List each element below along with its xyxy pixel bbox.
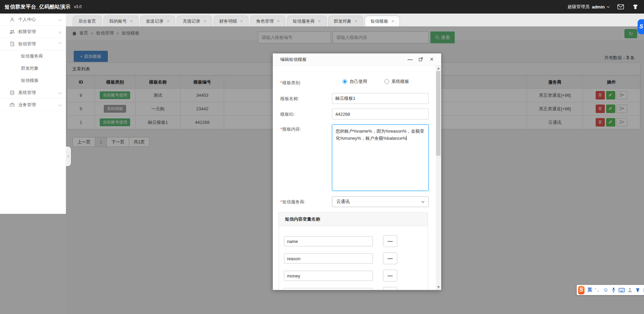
mail-icon[interactable] bbox=[617, 4, 624, 9]
template-id-input[interactable] bbox=[332, 109, 429, 119]
database-icon bbox=[9, 90, 15, 95]
tab-短信服务商[interactable]: 短信服务商× bbox=[287, 16, 327, 26]
tab-close-icon[interactable]: × bbox=[318, 19, 321, 23]
remove-variable-button[interactable]: — bbox=[383, 252, 397, 264]
variable-name-input[interactable] bbox=[284, 236, 373, 246]
chevron-up-icon bbox=[58, 42, 62, 46]
sidebar-collapse-handle[interactable] bbox=[66, 147, 71, 166]
remove-variable-button[interactable]: — bbox=[383, 287, 397, 290]
tab-充值记录[interactable]: 充值记录× bbox=[177, 16, 212, 26]
field-label-category: *模板类别: bbox=[280, 80, 301, 86]
tab-label: 短信服务商 bbox=[293, 16, 315, 26]
tab-bar: 后台首页我的账号×发送记录×充值记录×财务明细×角色管理×短信服务商×群发对象×… bbox=[66, 14, 644, 26]
sidebar-subitem[interactable]: 短信服务商 bbox=[0, 50, 66, 62]
radio-unselected-icon bbox=[384, 79, 389, 84]
ime-microphone-icon[interactable] bbox=[612, 287, 616, 293]
chevron-down-icon bbox=[607, 5, 610, 7]
tab-发送记录[interactable]: 发送记录× bbox=[140, 16, 175, 26]
sogou-logo-icon[interactable]: S bbox=[578, 286, 585, 294]
tab-close-icon[interactable]: × bbox=[204, 19, 206, 23]
sidebar-item-0[interactable]: 个人中心 bbox=[0, 14, 66, 26]
text-caret bbox=[406, 136, 407, 140]
sidebar: 个人中心权限管理短信管理短信服务商群发对象短信模板系统管理业务管理 bbox=[0, 14, 66, 214]
tab-label: 群发对象 bbox=[334, 16, 352, 26]
ime-keyboard-icon[interactable] bbox=[619, 288, 625, 292]
chevron-down-icon bbox=[58, 103, 62, 107]
tab-群发对象[interactable]: 群发对象× bbox=[328, 16, 363, 26]
tab-财务明细[interactable]: 财务明细× bbox=[214, 16, 249, 26]
ime-emoji-icon[interactable]: ☺ bbox=[603, 287, 609, 293]
field-label-content: *模板内容: bbox=[280, 126, 301, 132]
close-icon[interactable]: × bbox=[429, 57, 434, 62]
tab-close-icon[interactable]: × bbox=[167, 19, 170, 23]
topbar: 短信群发平台_亿码酷站演示 v3.0 超级管理员 admin bbox=[0, 0, 644, 14]
ime-skin-icon[interactable] bbox=[635, 288, 640, 292]
template-name-input[interactable] bbox=[332, 93, 429, 104]
briefcase-icon bbox=[9, 102, 15, 108]
chevron-down-icon bbox=[58, 18, 62, 21]
ime-toolbar: S 英 ’， ☺ bbox=[577, 285, 644, 295]
sidebar-item-label: 系统管理 bbox=[18, 90, 59, 96]
chevron-down-icon bbox=[58, 30, 62, 33]
tab-角色管理[interactable]: 角色管理× bbox=[250, 16, 285, 26]
skin-icon[interactable] bbox=[632, 4, 639, 10]
tab-label: 角色管理 bbox=[256, 16, 273, 26]
radio-system-template[interactable]: 系统模板 bbox=[384, 78, 409, 85]
tab-close-icon[interactable]: × bbox=[391, 19, 394, 23]
sidebar-item-label: 权限管理 bbox=[18, 29, 59, 35]
variables-panel-title: 短信内容变量名称 bbox=[279, 212, 428, 226]
sidebar-subitem[interactable]: 群发对象 bbox=[0, 62, 66, 74]
ime-punctuation-icon[interactable]: ’， bbox=[595, 288, 600, 293]
tab-label: 后台首页 bbox=[78, 16, 96, 26]
username: admin bbox=[592, 4, 605, 9]
radio-selected-icon bbox=[342, 79, 347, 84]
ime-user-icon[interactable] bbox=[628, 288, 632, 292]
chevron-down-icon bbox=[58, 91, 62, 94]
tab-短信模板[interactable]: 短信模板× bbox=[365, 16, 400, 26]
sidebar-item-label: 短信管理 bbox=[18, 41, 59, 47]
tab-label: 财务明细 bbox=[219, 16, 237, 26]
scroll-down-icon[interactable] bbox=[437, 286, 440, 288]
field-label-name: 模板名称: bbox=[280, 96, 299, 102]
user-icon bbox=[9, 17, 15, 22]
variable-name-input[interactable] bbox=[284, 288, 373, 290]
scrollbar-thumb[interactable] bbox=[436, 71, 440, 156]
provider-select[interactable]: 云通讯 bbox=[332, 196, 429, 207]
app-title: 短信群发平台_亿码酷站演示 bbox=[5, 4, 71, 10]
remove-variable-button[interactable]: — bbox=[383, 235, 397, 247]
edit-template-modal: 编辑短信模板 — × *模板类别: 自己使用 系统模板 模板名称: 模板ID: … bbox=[273, 53, 441, 290]
tab-后台首页[interactable]: 后台首页 bbox=[73, 16, 102, 26]
browser-extension-bubble[interactable]: S bbox=[638, 19, 644, 34]
remove-variable-button[interactable]: — bbox=[383, 270, 397, 282]
users-icon bbox=[9, 29, 15, 35]
variable-name-input[interactable] bbox=[284, 271, 373, 281]
sidebar-item-1[interactable]: 权限管理 bbox=[0, 26, 66, 38]
ime-language-toggle[interactable]: 英 bbox=[588, 287, 592, 293]
tab-close-icon[interactable]: × bbox=[355, 19, 358, 23]
user-role: 超级管理员 bbox=[568, 4, 590, 10]
sidebar-subitem[interactable]: 短信模板 bbox=[0, 74, 66, 87]
app-version: v3.0 bbox=[74, 4, 82, 9]
tab-我的账号[interactable]: 我的账号× bbox=[103, 16, 139, 26]
tab-close-icon[interactable]: × bbox=[240, 19, 243, 23]
tab-label: 我的账号 bbox=[109, 16, 127, 26]
variable-name-input[interactable] bbox=[284, 253, 373, 264]
minimize-icon[interactable]: — bbox=[407, 57, 413, 62]
tab-close-icon[interactable]: × bbox=[130, 19, 133, 23]
field-label-provider: *短信服务商: bbox=[280, 199, 306, 205]
scroll-up-icon[interactable] bbox=[437, 67, 440, 69]
sidebar-item-4[interactable]: 业务管理 bbox=[0, 99, 66, 111]
tab-label: 发送记录 bbox=[146, 16, 164, 26]
tab-close-icon[interactable]: × bbox=[277, 19, 280, 23]
sidebar-item-label: 个人中心 bbox=[18, 17, 59, 23]
sidebar-item-3[interactable]: 系统管理 bbox=[0, 87, 66, 99]
maximize-icon[interactable] bbox=[418, 57, 424, 62]
sidebar-item-2[interactable]: 短信管理 bbox=[0, 38, 66, 50]
tab-label: 短信模板 bbox=[371, 16, 388, 26]
modal-scrollbar[interactable] bbox=[436, 66, 441, 290]
template-content-textarea[interactable]: 您的账户%name%，因为%reason%，金额变化%money%，账户余额%b… bbox=[332, 125, 429, 191]
radio-self-use[interactable]: 自己使用 bbox=[342, 78, 367, 85]
chevron-left-icon bbox=[68, 155, 70, 158]
field-label-template-id: 模板ID: bbox=[280, 111, 295, 117]
user-menu[interactable]: 超级管理员 admin bbox=[568, 4, 609, 10]
